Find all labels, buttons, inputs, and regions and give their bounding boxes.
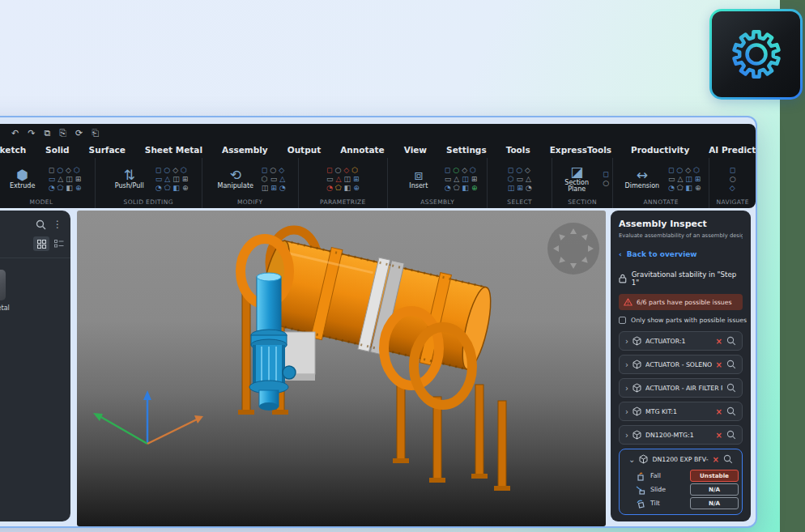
tree-item-solenoid[interactable]: › ACTUATOR - SOLENOID:1 ×	[619, 355, 743, 374]
ribbon-icon[interactable]: ◧	[686, 185, 693, 192]
filter-checkbox-row[interactable]: Only show parts with possible issues	[619, 317, 743, 324]
ribbon-icon[interactable]: ⬡	[693, 167, 700, 174]
menu-tab-sketch[interactable]: Sketch	[0, 145, 36, 155]
menu-tab-assembly[interactable]: Assembly	[212, 145, 278, 155]
ribbon-icon[interactable]: ⊞	[517, 185, 523, 192]
ribbon-icon[interactable]: ○	[516, 167, 522, 174]
ribbon-icon[interactable]: ◇	[462, 167, 467, 174]
menu-tab-solid[interactable]: Solid	[36, 145, 79, 155]
ribbon-icon[interactable]: ⊕	[471, 185, 478, 192]
close-icon[interactable]: ×	[716, 360, 722, 369]
ribbon-icon[interactable]: ⊕	[75, 185, 82, 192]
ribbon-icon[interactable]: ⬡	[470, 167, 476, 174]
ribbon-icon[interactable]: △	[58, 176, 63, 183]
close-icon[interactable]: ×	[716, 337, 722, 346]
close-icon[interactable]: ×	[713, 455, 719, 464]
ribbon-icon[interactable]: ◫	[508, 185, 515, 192]
ribbon-icon[interactable]: ⬡	[262, 176, 268, 183]
ribbon-icon[interactable]: ◫	[172, 176, 180, 183]
settings-tile[interactable]	[709, 9, 803, 100]
ribbon-icon[interactable]: ⬠	[58, 185, 64, 192]
ribbon-icon[interactable]: ◔	[49, 185, 55, 192]
list-view-toggle[interactable]	[54, 240, 64, 248]
ribbon-icon[interactable]: ◔	[155, 185, 162, 192]
icon-cluster[interactable]: ◻○◇⬡▭△◫⊞◔	[262, 167, 286, 192]
icon-cluster[interactable]: ◻○	[603, 171, 609, 187]
push-pull-button[interactable]: ⇅ Push/Pull	[109, 168, 151, 189]
ribbon-icon[interactable]: ◧	[344, 185, 351, 192]
ribbon-icon[interactable]: ⬡	[351, 167, 358, 174]
extrude-button[interactable]: ⬢ Extrude	[2, 168, 44, 189]
ribbon-icon[interactable]: △	[336, 176, 342, 183]
icon-cluster[interactable]: ◻○◇	[730, 167, 736, 192]
3d-viewport[interactable]	[77, 211, 606, 526]
ribbon-icon[interactable]: ⬠	[164, 185, 171, 192]
close-icon[interactable]: ×	[716, 407, 722, 416]
ribbon-icon[interactable]: ○	[730, 176, 736, 183]
ribbon-icon[interactable]: ⬠	[677, 185, 684, 192]
ribbon-icon[interactable]: ⊞	[75, 176, 82, 183]
ribbon-icon[interactable]: △	[677, 176, 683, 183]
chevron-right-icon[interactable]: ›	[625, 360, 628, 369]
menu-tab-view[interactable]: View	[394, 145, 437, 155]
ribbon-icon[interactable]: ◫	[343, 176, 351, 183]
ribbon-icon[interactable]: ◔	[668, 185, 675, 192]
ribbon-icon[interactable]: ⊕	[353, 185, 360, 192]
tree-item-mtg-kit[interactable]: › MTG KIT:1 ×	[619, 402, 743, 421]
kebab-menu-icon[interactable]: ⋮	[53, 219, 62, 230]
menu-tab-settings[interactable]: Settings	[437, 145, 496, 155]
ribbon-icon[interactable]: ◇	[343, 167, 349, 174]
ribbon-icon[interactable]: ○	[603, 180, 609, 187]
ribbon-icon[interactable]: ⊕	[695, 185, 701, 192]
back-to-overview-link[interactable]: ‹ Back to overview	[619, 250, 743, 258]
ribbon-icon[interactable]: ◻	[262, 167, 267, 174]
menu-tab-surface[interactable]: Surface	[79, 145, 135, 155]
ribbon-icon[interactable]: ◔	[326, 185, 333, 192]
ribbon-icon[interactable]: ⬡	[74, 167, 80, 174]
ribbon-icon[interactable]: ▭	[155, 176, 163, 183]
ribbon-icon[interactable]: ◧	[462, 185, 470, 192]
chevron-down-icon[interactable]: ⌄	[628, 455, 635, 464]
ribbon-icon[interactable]: ○	[676, 167, 683, 174]
ribbon-icon[interactable]: ◔	[526, 185, 532, 192]
menu-tab-annotate[interactable]: Annotate	[330, 145, 394, 155]
ribbon-icon[interactable]: ○	[334, 167, 341, 174]
ribbon-icon[interactable]: ▭	[668, 176, 675, 183]
ribbon-icon[interactable]: ◇	[525, 167, 530, 174]
import-icon[interactable]: ⎗	[92, 129, 99, 138]
tree-item-actuator[interactable]: › ACTUATOR:1 ×	[619, 331, 743, 351]
ribbon-icon[interactable]: ⊞	[471, 176, 478, 183]
ribbon-icon[interactable]: ⬡	[508, 176, 514, 183]
ribbon-icon[interactable]: ◔	[445, 185, 451, 192]
close-icon[interactable]: ×	[716, 431, 722, 440]
undo-icon[interactable]: ↶	[11, 129, 19, 138]
zoom-to-part-icon[interactable]	[726, 383, 736, 393]
zoom-to-part-icon[interactable]	[726, 360, 736, 369]
ribbon-icon[interactable]: ◻	[155, 167, 161, 174]
ribbon-icon[interactable]: ◇	[685, 167, 691, 174]
menu-tab-expresstools[interactable]: ExpressTools	[540, 145, 621, 155]
menu-tab-ai-predict[interactable]: AI Predict	[699, 145, 756, 155]
ribbon-icon[interactable]: ⬠	[335, 185, 342, 192]
icon-cluster[interactable]: ◻○◇⬡▭△◫⊞◔	[508, 167, 532, 192]
icon-cluster[interactable]: ◻○◇⬡▭△◫⊞◔⬠◧⊕	[49, 167, 82, 192]
tree-item-air-filter-reg[interactable]: › ACTUATOR - AIR FILTER REG:1	[619, 378, 743, 398]
chevron-right-icon[interactable]: ›	[625, 384, 628, 393]
zoom-to-part-icon[interactable]	[726, 336, 736, 346]
grid-view-toggle[interactable]	[33, 236, 49, 251]
ribbon-icon[interactable]: ◫	[685, 176, 692, 183]
checkbox[interactable]	[619, 317, 626, 324]
ribbon-icon[interactable]: ○	[453, 167, 459, 174]
ribbon-icon[interactable]: ⬡	[181, 167, 187, 174]
tree-item-dn1200-mtg[interactable]: › DN1200-MTG:1 ×	[619, 425, 743, 445]
menu-tab-sheet-metal[interactable]: Sheet Metal	[135, 145, 212, 155]
ribbon-icon[interactable]: ◻	[668, 167, 674, 174]
redo-icon[interactable]: ↷	[28, 129, 35, 138]
ribbon-icon[interactable]: ▭	[49, 176, 56, 183]
icon-cluster[interactable]: ◻○◇⬡▭△◫⊞◔⬠◧⊕	[668, 167, 701, 192]
ribbon-icon[interactable]: ◫	[66, 176, 73, 183]
chevron-right-icon[interactable]: ›	[625, 431, 628, 440]
zoom-to-part-icon[interactable]	[726, 406, 736, 416]
ribbon-icon[interactable]: ⬠	[454, 185, 460, 192]
ribbon-icon[interactable]: △	[526, 176, 531, 183]
